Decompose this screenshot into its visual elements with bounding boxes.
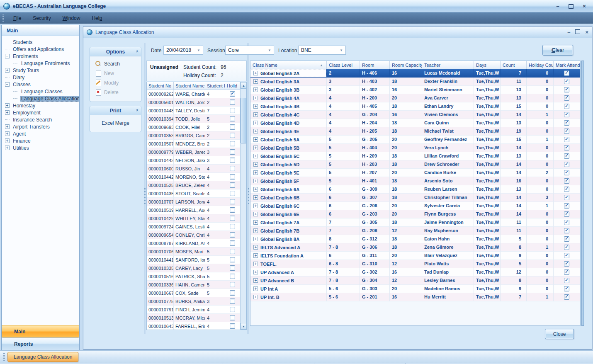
- mark-attendance-checkbox[interactable]: ✓: [564, 228, 569, 233]
- mark-attendance-checkbox[interactable]: ✓: [564, 145, 569, 150]
- student-grid-scrollbar[interactable]: ▲ ▼: [240, 82, 246, 330]
- taskbar-tab-language-class-allocation[interactable]: Language Class Allocation: [7, 352, 78, 362]
- expand-icon[interactable]: +: [5, 110, 10, 115]
- expand-icon[interactable]: +: [5, 131, 10, 136]
- class-row[interactable]: +Global English 7B7G - 20812Ray Mcpherso…: [250, 227, 580, 235]
- mark-attendance-checkbox[interactable]: ✓: [564, 87, 569, 92]
- holiday-checkbox[interactable]: [230, 265, 235, 271]
- minimize-icon[interactable]: –: [553, 3, 562, 9]
- collapse-chevron-icon[interactable]: »: [134, 109, 139, 112]
- class-row[interactable]: +Global English 4E4H - 20518Michael Twis…: [250, 127, 580, 136]
- mark-attendance-checkbox[interactable]: ✓: [564, 129, 569, 134]
- class-row[interactable]: +IELTS Foundation A6G - 31120Blair Velaz…: [250, 252, 580, 260]
- mark-attendance-checkbox[interactable]: ✓: [564, 203, 569, 209]
- sidebar-item-diary[interactable]: Diary: [2, 74, 79, 81]
- taskbar-grip[interactable]: [3, 353, 5, 361]
- expand-icon[interactable]: +: [253, 146, 258, 150]
- column-header-room[interactable]: Room: [360, 61, 390, 69]
- column-header-class-name[interactable]: Class Name▲: [250, 61, 327, 69]
- sidebar-item-offers-and-applications[interactable]: Offers and Applications: [2, 46, 79, 53]
- expand-icon[interactable]: +: [253, 262, 258, 266]
- column-header-room-capacity[interactable]: Room Capacity: [390, 61, 422, 69]
- student-row[interactable]: 0000010643FARRELL, Erica4: [147, 322, 240, 330]
- sidebar-item-insurance-search[interactable]: Insurance Search: [2, 116, 79, 123]
- expand-icon[interactable]: +: [5, 138, 10, 143]
- student-row[interactable]: 0000010525BRUCE, Zelenia4: [147, 181, 240, 189]
- expand-icon[interactable]: +: [253, 104, 258, 109]
- mark-attendance-checkbox[interactable]: ✓: [564, 120, 569, 126]
- mark-attendance-checkbox[interactable]: ✓: [564, 137, 569, 142]
- student-row[interactable]: 0000010791FINCH, Jemima4: [147, 306, 240, 314]
- student-row[interactable]: 0000010353BRIGGS, Camer2: [147, 131, 240, 140]
- holiday-checkbox[interactable]: [230, 158, 235, 163]
- class-row[interactable]: +UP Advanced B7 - 8G - 30412Lesley Barne…: [250, 277, 580, 285]
- student-row[interactable]: 0000009654CONLEY, Christ4: [147, 231, 240, 239]
- expand-icon[interactable]: +: [253, 121, 258, 125]
- mark-attendance-checkbox[interactable]: ✓: [564, 95, 569, 101]
- mark-attendance-checkbox[interactable]: ✓: [564, 286, 569, 291]
- clear-button[interactable]: CClear: [542, 45, 573, 56]
- menu-item-help[interactable]: Help: [87, 14, 107, 23]
- mark-attendance-checkbox[interactable]: ✓: [564, 79, 569, 84]
- options-panel-header[interactable]: Options »: [90, 47, 141, 56]
- expand-icon[interactable]: +: [253, 154, 258, 158]
- holiday-checkbox[interactable]: [230, 315, 235, 320]
- expand-icon[interactable]: +: [253, 228, 258, 233]
- mark-attendance-checkbox[interactable]: ✓: [564, 253, 569, 258]
- mark-attendance-checkbox[interactable]: ✓: [564, 170, 569, 175]
- holiday-checkbox[interactable]: [230, 257, 235, 262]
- student-row[interactable]: 0000010667COX, Sade5: [147, 289, 240, 297]
- mark-attendance-checkbox[interactable]: ✓: [564, 70, 569, 76]
- holiday-checkbox[interactable]: [230, 174, 235, 180]
- student-row[interactable]: 0000010336HAHN, Camera5: [147, 281, 240, 289]
- scroll-up-icon[interactable]: ▲: [241, 82, 247, 89]
- class-row[interactable]: +Global English 7A7G - 30518Jaime Pennin…: [250, 218, 580, 227]
- column-header-days[interactable]: Days: [474, 61, 501, 69]
- maximize-icon[interactable]: [566, 3, 576, 9]
- menu-item-window[interactable]: Window: [58, 14, 85, 23]
- holiday-checkbox[interactable]: [230, 99, 235, 105]
- class-row[interactable]: +Global English 8A8G - 31218Eaton HahnTu…: [250, 235, 580, 243]
- menu-item-file[interactable]: File: [8, 14, 26, 23]
- expand-icon[interactable]: +: [253, 270, 258, 274]
- student-row[interactable]: 0000010441SANFORD, Ion5: [147, 256, 240, 264]
- student-row[interactable]: 0000010335CAREY, Lacy5: [147, 264, 240, 272]
- expand-icon[interactable]: +: [253, 170, 258, 175]
- class-row[interactable]: +TOEFL.6 - 8G - 31012Plato WattsTue,Thu,…: [250, 260, 580, 268]
- collapse-icon[interactable]: −: [5, 82, 10, 87]
- holiday-checkbox[interactable]: [230, 124, 235, 130]
- class-row[interactable]: +Global English 3B3H - 40216Mariet Stein…: [250, 86, 580, 94]
- column-header-class-level[interactable]: Class Level: [327, 61, 360, 69]
- student-row[interactable]: 0000010394TODD, Jolie5: [147, 115, 240, 123]
- nav-main-button[interactable]: Main: [2, 325, 79, 337]
- sidebar-item-employment[interactable]: +Employment: [2, 109, 79, 116]
- modify-button[interactable]: Modify: [90, 78, 141, 87]
- sidebar-item-language-class-allocation[interactable]: Language Class Allocation: [2, 95, 79, 102]
- student-row[interactable]: 0000005601WALTON, Jord2: [147, 98, 240, 107]
- column-header-mark-attend[interactable]: Mark Attend: [554, 61, 580, 69]
- expand-icon[interactable]: +: [253, 212, 258, 216]
- sidebar-item-airport-transfers[interactable]: +Airport Transfers: [2, 123, 79, 130]
- expand-icon[interactable]: +: [5, 68, 10, 73]
- menu-item-security[interactable]: Security: [28, 14, 56, 23]
- mark-attendance-checkbox[interactable]: ✓: [564, 162, 569, 167]
- holiday-checkbox[interactable]: [230, 166, 235, 171]
- class-grid-scrollbar[interactable]: [581, 61, 584, 326]
- column-header-student-no[interactable]: Student No: [147, 82, 174, 90]
- student-row[interactable]: 0000010448TALLEY, Destin7: [147, 107, 240, 115]
- class-row[interactable]: +Global English 6B6G - 30718Christopher …: [250, 194, 580, 202]
- expand-icon[interactable]: +: [253, 295, 258, 299]
- holiday-checkbox[interactable]: [230, 141, 235, 146]
- expand-icon[interactable]: +: [253, 245, 258, 250]
- holiday-checkbox[interactable]: [230, 282, 235, 287]
- holiday-checkbox[interactable]: [230, 199, 235, 204]
- student-row[interactable]: 0000009262WARE, Charde4✓: [147, 90, 240, 98]
- print-panel-header[interactable]: Print »: [90, 106, 141, 115]
- delete-button[interactable]: Delete: [90, 87, 141, 97]
- class-row[interactable]: +Global English 6A6G - 30918Reuben Larse…: [250, 185, 580, 194]
- sidebar-item-classes[interactable]: −Classes: [2, 81, 79, 88]
- chevron-down-icon[interactable]: ▼: [268, 49, 274, 52]
- holiday-checkbox[interactable]: [230, 323, 235, 329]
- holiday-checkbox[interactable]: [230, 232, 235, 238]
- class-row[interactable]: +Global English 5E5H - 20720Candice Burk…: [250, 169, 580, 177]
